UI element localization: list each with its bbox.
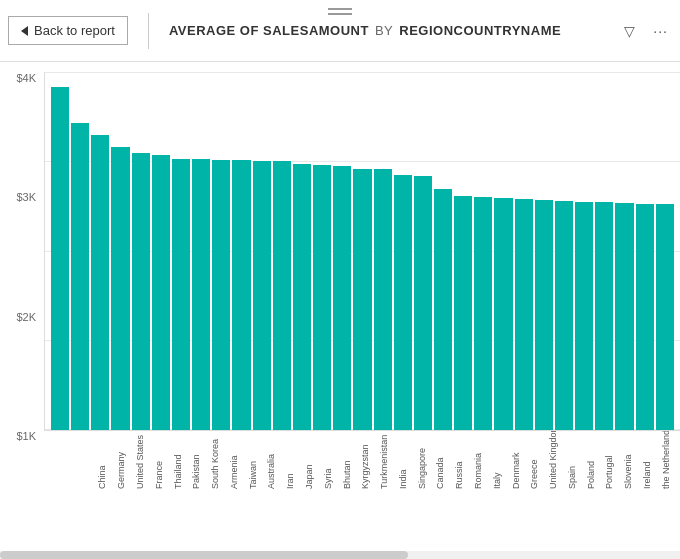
x-label-col: Taiwan	[244, 431, 261, 491]
title-connector: BY	[375, 23, 393, 38]
more-icon: ···	[653, 23, 668, 39]
x-label: Japan	[304, 431, 314, 489]
back-label: Back to report	[34, 23, 115, 38]
x-label-col: Thailand	[169, 431, 186, 491]
bar[interactable]	[253, 161, 271, 430]
bar[interactable]	[374, 169, 392, 430]
x-label-col: Pakistan	[188, 431, 205, 491]
scrollbar-thumb[interactable]	[0, 551, 408, 559]
x-label: South Korea	[210, 431, 220, 489]
x-label: Kyrgyzstan	[360, 431, 370, 489]
bar-col	[132, 76, 150, 430]
x-label: the Netherlands	[661, 431, 671, 489]
x-label: Iran	[285, 431, 295, 489]
x-label: Singapore	[417, 431, 427, 489]
bar-col	[636, 76, 654, 430]
bar[interactable]	[353, 169, 371, 431]
x-label: Germany	[116, 431, 126, 489]
bar[interactable]	[333, 166, 351, 430]
x-label: United Kingdom	[548, 431, 558, 489]
bar[interactable]	[152, 155, 170, 430]
bar[interactable]	[212, 160, 230, 430]
y-label-4k: $4K	[16, 72, 40, 84]
bar[interactable]	[414, 176, 432, 430]
x-label: Romania	[473, 431, 483, 489]
x-label: Australia	[266, 431, 276, 489]
x-label: Armenia	[229, 431, 239, 489]
x-label: Slovenia	[623, 431, 633, 489]
bar-col	[494, 76, 512, 430]
x-label-col: Bhutan	[338, 431, 355, 491]
bar-col	[454, 76, 472, 430]
x-label: Thailand	[173, 431, 183, 489]
bar-col	[333, 76, 351, 430]
bar[interactable]	[615, 203, 633, 430]
bars-container	[45, 72, 680, 430]
x-label: United States	[135, 431, 145, 489]
x-label-col: United Kingdom	[545, 431, 562, 491]
bar[interactable]	[192, 159, 210, 430]
bar[interactable]	[111, 147, 129, 430]
y-axis: $4K $3K $2K $1K $0K	[0, 72, 40, 559]
bar-col	[434, 76, 452, 430]
back-button[interactable]: Back to report	[8, 16, 128, 45]
bar[interactable]	[273, 161, 291, 430]
bar[interactable]	[394, 175, 412, 430]
x-label: Turkmenistan	[379, 431, 389, 489]
x-label-col: Iran	[282, 431, 299, 491]
bar[interactable]	[494, 198, 512, 430]
bar[interactable]	[51, 87, 69, 430]
bar-col	[595, 76, 613, 430]
bar-col	[353, 76, 371, 430]
bar[interactable]	[555, 201, 573, 430]
x-label: Poland	[586, 431, 596, 489]
chart-title: AVERAGE OF SALESAMOUNT BY REGIONCOUNTRYN…	[169, 23, 561, 38]
bar[interactable]	[636, 204, 654, 430]
bar[interactable]	[71, 123, 89, 430]
bar[interactable]	[515, 199, 533, 430]
bar[interactable]	[313, 165, 331, 431]
bar-col	[474, 76, 492, 430]
y-label-1k: $1K	[16, 430, 40, 442]
bar[interactable]	[293, 164, 311, 430]
bar-col	[232, 76, 250, 430]
bar[interactable]	[474, 197, 492, 430]
x-label-col: Italy	[488, 431, 505, 491]
x-label: Russia	[454, 431, 464, 489]
y-label-3k: $3K	[16, 191, 40, 203]
bar-col	[515, 76, 533, 430]
x-label-col: South Korea	[207, 431, 224, 491]
bar[interactable]	[172, 159, 190, 430]
bar[interactable]	[232, 160, 250, 430]
x-label-col: Greece	[526, 431, 543, 491]
filter-icon: ▽	[624, 23, 635, 39]
bar[interactable]	[91, 135, 109, 430]
bar-col	[51, 76, 69, 430]
bar[interactable]	[535, 200, 553, 430]
bar-col	[192, 76, 210, 430]
x-label: Portugal	[604, 431, 614, 489]
bar[interactable]	[595, 202, 613, 430]
more-options-button[interactable]: ···	[649, 20, 672, 42]
x-label: Ireland	[642, 431, 652, 489]
bar-col	[575, 76, 593, 430]
x-label: Pakistan	[191, 431, 201, 489]
bar-col	[152, 76, 170, 430]
bar[interactable]	[132, 153, 150, 430]
bar[interactable]	[454, 196, 472, 430]
x-label: India	[398, 431, 408, 489]
x-label: China	[97, 431, 107, 489]
x-label-col: Ireland	[639, 431, 656, 491]
bar-col	[615, 76, 633, 430]
filter-button[interactable]: ▽	[620, 20, 639, 42]
x-label-col: the Netherlands	[657, 431, 674, 491]
bar[interactable]	[434, 189, 452, 430]
header-separator	[148, 13, 149, 49]
bottom-scrollbar[interactable]	[0, 551, 680, 559]
bar[interactable]	[656, 204, 674, 430]
bar-col	[111, 76, 129, 430]
x-label-col: United States	[132, 431, 149, 491]
x-label-col: Spain	[564, 431, 581, 491]
x-label-col: Kyrgyzstan	[357, 431, 374, 491]
bar[interactable]	[575, 202, 593, 430]
